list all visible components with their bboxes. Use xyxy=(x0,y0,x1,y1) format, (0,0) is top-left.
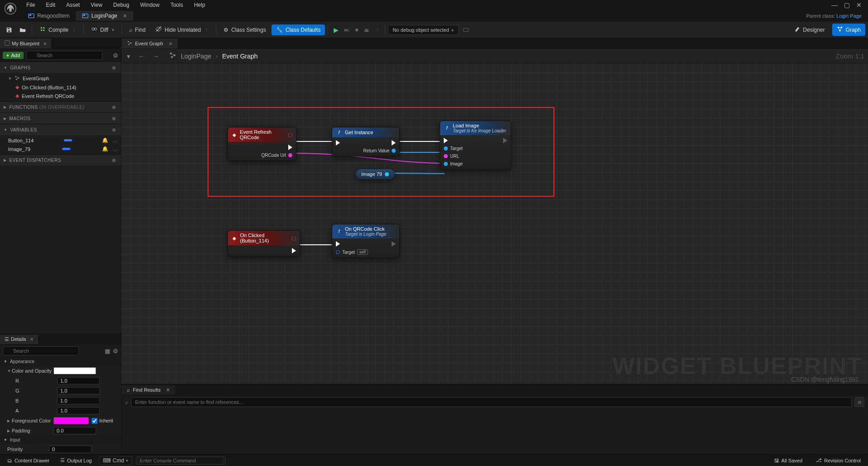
gear-icon[interactable]: ⚙ xyxy=(113,348,118,354)
nav-forward-icon[interactable]: → xyxy=(151,52,161,61)
add-button[interactable]: Add xyxy=(3,52,24,59)
exec-out-pin[interactable] xyxy=(392,241,396,247)
node-get-instance[interactable]: f Get Instance Return Value xyxy=(332,127,400,156)
add-graph-icon[interactable]: ⊕ xyxy=(110,64,117,71)
node-event-refresh-qrcode[interactable]: ◆ Event Refresh QRCode ▢ QRCode Url xyxy=(228,127,296,161)
eye-icon[interactable]: ◡ xyxy=(113,146,117,152)
close-icon[interactable]: ✕ xyxy=(43,41,47,46)
eject-button[interactable]: ⏏ xyxy=(361,25,372,35)
priority-field[interactable] xyxy=(49,446,92,453)
node-variable-image79[interactable]: Image 79 xyxy=(355,169,395,180)
graph-mode-button[interactable]: Graph xyxy=(832,24,865,36)
close-icon[interactable]: ✕ xyxy=(30,337,34,342)
exec-out-pin[interactable] xyxy=(262,145,292,150)
blueprint-search-input[interactable] xyxy=(26,51,102,60)
play-button[interactable]: ▶ xyxy=(331,24,341,35)
input-section[interactable]: ▼ Input xyxy=(0,436,121,444)
graphs-section[interactable]: ▼ GRAPHS ⊕ xyxy=(0,62,121,73)
menu-tools[interactable]: Tools xyxy=(165,0,189,10)
nav-menu-icon[interactable]: ▾ xyxy=(125,52,132,61)
find-results-tab[interactable]: ⌕ Find Results ✕ xyxy=(121,385,175,395)
refresh-event-item[interactable]: ◆ Event Refresh QRCode xyxy=(0,92,121,100)
asset-tab-resgooditem[interactable]: ResgoodItem xyxy=(22,11,76,21)
exec-in-pin[interactable] xyxy=(336,241,368,247)
menu-edit[interactable]: Edit xyxy=(40,0,61,10)
node-header[interactable]: f Get Instance xyxy=(332,127,399,137)
target-self-pin[interactable]: Target self xyxy=(336,249,368,255)
node-on-clicked[interactable]: ◆ On Clicked (Button_114) ▢ xyxy=(228,230,300,257)
maximize-button[interactable]: ▢ xyxy=(844,1,850,9)
menu-help[interactable]: Help xyxy=(189,0,211,10)
variable-image79[interactable]: Image_79 🔔◡ xyxy=(0,145,121,153)
inherit-input[interactable] xyxy=(92,418,97,424)
add-macro-icon[interactable]: ⊕ xyxy=(110,115,117,122)
chevron-down-icon[interactable]: ⋮ xyxy=(204,28,209,32)
hide-unrelated-button[interactable]: Hide Unrelated ⋮ xyxy=(151,24,213,36)
on-clicked-event-item[interactable]: ◆ On Clicked (Button_114) xyxy=(0,83,121,92)
class-settings-button[interactable]: ⚙ Class Settings xyxy=(219,24,271,35)
gear-icon[interactable]: ⚙ xyxy=(113,52,118,59)
appearance-section[interactable]: ▼ Appearance xyxy=(0,357,121,366)
add-function-icon[interactable]: ⊕ xyxy=(110,103,117,111)
eye-icon[interactable]: ◡ xyxy=(113,137,117,143)
step-button[interactable]: ⏭ xyxy=(341,25,352,35)
minimize-button[interactable]: — xyxy=(831,1,838,9)
padding-field[interactable] xyxy=(53,427,96,434)
chevron-down-icon[interactable]: ⋮ xyxy=(72,28,76,32)
stop-button[interactable]: ■ xyxy=(352,25,361,35)
debug-object-select[interactable]: No debug object selected ▾ xyxy=(388,25,459,35)
event-graph-tab[interactable]: Event Graph ✕ xyxy=(121,39,178,49)
target-pin[interactable]: Target xyxy=(444,146,463,151)
color-swatch[interactable] xyxy=(53,367,96,374)
close-icon[interactable]: ✕ xyxy=(166,387,170,393)
node-header[interactable]: f On QRCode Click Target is Login Page xyxy=(332,224,399,238)
node-header[interactable]: ◆ On Clicked (Button_114) ▢ xyxy=(228,231,300,245)
grid-icon[interactable]: ▦ xyxy=(105,348,110,354)
find-button[interactable]: ⌕ Find xyxy=(125,24,150,35)
exec-in-pin[interactable] xyxy=(336,140,340,146)
add-dispatcher-icon[interactable]: ⊕ xyxy=(110,156,117,164)
qrcode-url-pin[interactable]: QRCode Url xyxy=(262,153,292,158)
color-opacity-row[interactable]: ▼ Color and Opacity xyxy=(0,366,121,376)
cmd-dropdown[interactable]: ⌨ Cmd ▾ xyxy=(99,456,132,465)
menu-window[interactable]: Window xyxy=(135,0,165,10)
variable-out-pin[interactable] xyxy=(385,172,389,176)
color-swatch[interactable] xyxy=(53,417,89,424)
a-field[interactable] xyxy=(57,407,100,414)
asset-tab-loginpage[interactable]: LoginPage ✕ xyxy=(76,11,133,21)
content-drawer-button[interactable]: 🗂 Content Drawer xyxy=(4,456,53,465)
foreground-row[interactable]: ▶ Foreground Color Inherit xyxy=(0,416,121,426)
menu-file[interactable]: File xyxy=(21,0,40,10)
graph-canvas[interactable]: ◆ Event Refresh QRCode ▢ QRCode Url f Ge… xyxy=(121,63,868,384)
g-field[interactable] xyxy=(57,387,100,394)
inherit-checkbox[interactable]: Inherit xyxy=(92,418,113,424)
parent-class-link[interactable]: Login Page xyxy=(836,13,862,19)
node-on-qrcode-click[interactable]: f On QRCode Click Target is Login Page T… xyxy=(332,224,400,258)
exec-out-pin[interactable] xyxy=(503,138,507,143)
details-tab[interactable]: ☰ Details ✕ xyxy=(0,335,38,344)
browse-button[interactable] xyxy=(16,24,29,35)
r-field[interactable] xyxy=(57,377,100,384)
my-blueprint-tab[interactable]: My Blueprint ✕ xyxy=(0,39,51,49)
find-scope-button[interactable]: ⧈ xyxy=(854,397,864,407)
menu-debug[interactable]: Debug xyxy=(108,0,135,10)
padding-row[interactable]: ▶ Padding xyxy=(0,426,121,436)
console-command-input[interactable] xyxy=(140,458,222,463)
variables-section[interactable]: ▼ VARIABLES ⊕ xyxy=(0,124,121,135)
debug-find-button[interactable] xyxy=(460,24,472,35)
bell-icon[interactable]: 🔔 xyxy=(102,137,108,143)
details-search-input[interactable] xyxy=(3,346,79,355)
find-input[interactable] xyxy=(131,397,852,407)
menu-asset[interactable]: Asset xyxy=(61,0,85,10)
close-button[interactable]: ✕ xyxy=(856,1,862,9)
output-log-button[interactable]: ☰ Output Log xyxy=(57,456,95,465)
revision-control-button[interactable]: ⎇ Revision Control xyxy=(812,456,864,465)
menu-view[interactable]: View xyxy=(85,0,108,10)
save-button[interactable] xyxy=(3,24,15,35)
breadcrumb-root[interactable]: LoginPage xyxy=(181,53,211,60)
functions-section[interactable]: ▶ FUNCTIONS (39 OVERRIDABLE) ⊕ xyxy=(0,101,121,112)
node-header[interactable]: f Load Image Target is Ke Image Loader xyxy=(440,121,511,135)
close-icon[interactable]: ✕ xyxy=(169,41,172,46)
close-tab-icon[interactable]: ✕ xyxy=(123,13,127,19)
chevron-down-icon[interactable]: ▾ xyxy=(112,28,114,32)
